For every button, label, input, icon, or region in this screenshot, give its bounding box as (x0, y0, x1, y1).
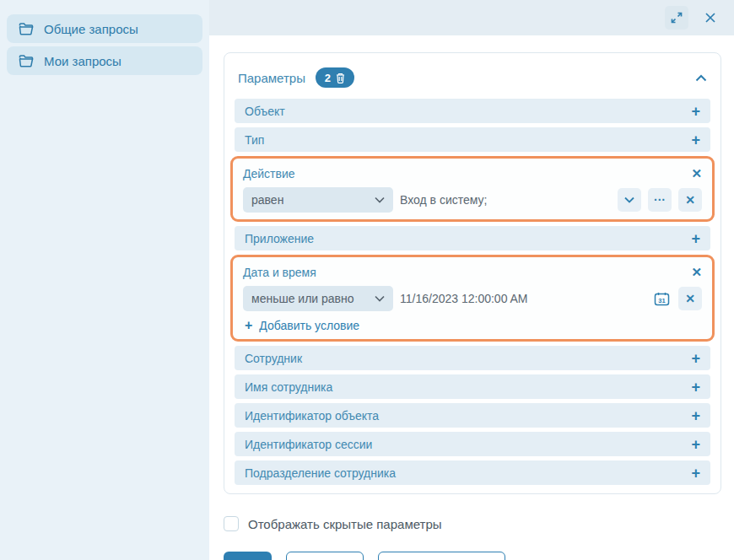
parameters-title: Параметры (238, 71, 305, 85)
action-section-header: Действие ✕ (243, 163, 702, 185)
expand-icon (670, 11, 683, 24)
action-operator-value: равен (251, 193, 283, 207)
show-hidden-row: Отображать скрытые параметры (224, 516, 734, 531)
sidebar-item-label: Общие запросы (44, 22, 138, 36)
show-hidden-label: Отображать скрытые параметры (248, 517, 442, 531)
action-section: Действие ✕ равен Вход в систему; (230, 156, 715, 222)
plus-icon: + (245, 319, 252, 332)
add-icon[interactable]: + (691, 104, 700, 119)
sidebar-item-my-queries[interactable]: Мои запросы (7, 46, 202, 75)
datetime-section: Дата и время ✕ меньше или равно 11/16/20… (230, 255, 715, 342)
param-row-employee-name[interactable]: Имя сотрудника + (235, 374, 710, 399)
add-icon[interactable]: + (691, 437, 700, 452)
expand-button[interactable] (665, 6, 688, 30)
action-browse-button[interactable]: ··· (648, 188, 672, 212)
param-row-application[interactable]: Приложение + (235, 226, 710, 250)
close-button[interactable] (699, 6, 722, 30)
dialog-body: Параметры 2 Объект (209, 35, 734, 560)
action-section-label: Действие (243, 167, 295, 180)
calendar-picker-button[interactable]: 31 (654, 292, 670, 306)
param-row-label: Идентификатор объекта (245, 409, 379, 423)
cancel-button[interactable]: Отмена (286, 552, 364, 560)
calendar-day-glyph: 31 (658, 296, 665, 304)
param-row-employee-department[interactable]: Подразделение сотрудника + (235, 460, 710, 485)
add-condition-link[interactable]: + Добавить условие (243, 319, 359, 332)
dialog-titlebar (209, 0, 734, 35)
add-icon[interactable]: + (691, 132, 700, 148)
folder-icon (19, 23, 34, 35)
datetime-clear-button[interactable]: ✕ (678, 287, 702, 310)
clear-parameters-badge[interactable]: 2 (316, 67, 354, 88)
parameters-header: Параметры 2 (238, 65, 707, 90)
param-row-label: Приложение (245, 232, 314, 245)
action-clear-button[interactable]: ✕ (678, 188, 702, 212)
action-operator-select[interactable]: равен (243, 187, 393, 213)
sidebar-item-label: Мои запросы (44, 54, 121, 68)
remove-datetime-filter-icon[interactable]: ✕ (691, 265, 702, 280)
add-icon[interactable]: + (691, 466, 700, 481)
sidebar: Общие запросы Мои запросы (0, 0, 209, 560)
sidebar-item-common-queries[interactable]: Общие запросы (7, 14, 202, 43)
ok-button[interactable]: ОК (224, 552, 272, 560)
add-icon[interactable]: + (691, 351, 700, 366)
datetime-section-header: Дата и время ✕ (243, 261, 702, 283)
param-row-label: Тип (245, 133, 264, 147)
trash-icon (336, 73, 345, 83)
action-dropdown-button[interactable] (618, 188, 641, 212)
chevron-down-icon (624, 197, 634, 203)
param-row-label: Подразделение сотрудника (245, 466, 396, 480)
param-row-session-id[interactable]: Идентификатор сессии + (235, 432, 710, 456)
action-value-field[interactable]: Вход в систему; (400, 193, 611, 207)
folder-icon (19, 55, 34, 67)
add-icon[interactable]: + (691, 231, 700, 246)
datetime-operator-value: меньше или равно (251, 292, 354, 305)
chevron-down-icon (375, 197, 385, 203)
param-row-object[interactable]: Объект + (235, 99, 710, 123)
param-row-label: Сотрудник (245, 352, 302, 365)
action-condition-row: равен Вход в систему; ··· ✕ (243, 187, 702, 213)
close-icon (704, 12, 716, 24)
param-row-type[interactable]: Тип + (235, 127, 710, 152)
datetime-operator-select[interactable]: меньше или равно (243, 286, 393, 311)
param-row-label: Идентификатор сессии (245, 438, 372, 451)
add-icon[interactable]: + (691, 408, 700, 423)
chevron-down-icon (375, 295, 385, 302)
chevron-up-icon (695, 74, 707, 82)
add-icon[interactable]: + (691, 380, 700, 395)
add-condition-label: Добавить условие (259, 319, 359, 332)
param-row-object-id[interactable]: Идентификатор объекта + (235, 403, 710, 428)
parameters-panel: Параметры 2 Объект (224, 52, 721, 494)
query-parameters-dialog: Общие запросы Мои запросы (0, 0, 734, 560)
collapse-panel-button[interactable] (695, 74, 707, 82)
param-row-label: Объект (245, 105, 285, 118)
show-hidden-checkbox[interactable] (224, 516, 239, 531)
param-row-label: Имя сотрудника (245, 380, 332, 394)
parameters-count: 2 (325, 72, 331, 84)
save-as-button[interactable]: Сохранить как... (378, 552, 505, 560)
remove-action-filter-icon[interactable]: ✕ (691, 166, 702, 181)
dialog-buttons: ОК Отмена Сохранить как... (224, 552, 734, 560)
datetime-section-label: Дата и время (243, 266, 316, 279)
datetime-value-field[interactable]: 11/16/2023 12:00:00 AM (400, 292, 647, 305)
param-row-employee[interactable]: Сотрудник + (235, 346, 710, 370)
datetime-condition-row: меньше или равно 11/16/2023 12:00:00 AM … (243, 286, 702, 311)
